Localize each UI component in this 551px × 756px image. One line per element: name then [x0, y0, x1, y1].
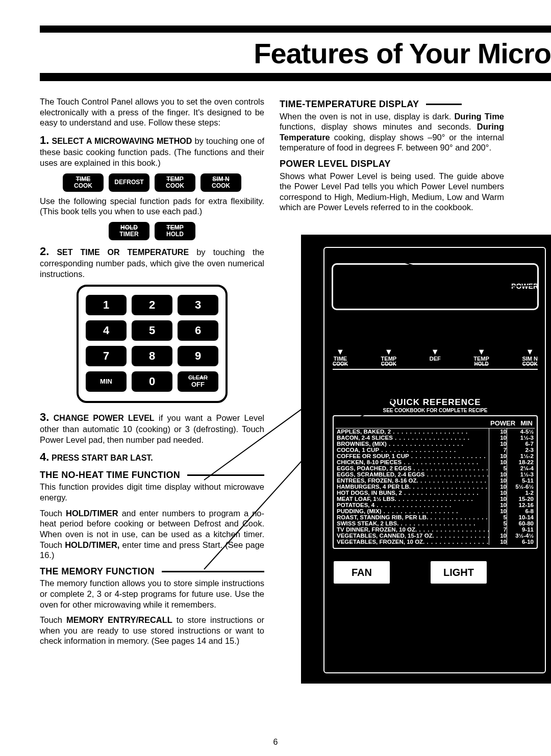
top-rule: [40, 26, 551, 33]
quick-ref-row: PUDDING, (MIX)106-8: [336, 508, 535, 514]
memory-p2: Touch MEMORY ENTRY/RECALL to store instr…: [40, 615, 264, 646]
noheat-title: THE NO-HEAT TIME FUNCTION: [40, 469, 264, 481]
numpad-key[interactable]: 9: [178, 346, 218, 366]
pads1-note: Use the following special function pads …: [40, 196, 264, 217]
function-pad[interactable]: HOLDTIMER: [109, 222, 149, 240]
numpad-key[interactable]: 5: [132, 320, 172, 341]
function-pad[interactable]: TEMPCOOK: [155, 173, 195, 192]
quick-ref-row: CHICKEN, 8-10 PIECES1018-22: [336, 459, 535, 465]
numpad-key[interactable]: 6: [178, 320, 218, 341]
memory-rule: [162, 571, 264, 572]
step-3-head: CHANGE POWER LEVEL: [54, 414, 155, 422]
ttd-title: TIME-TEMPERATURE DISPLAY: [280, 98, 504, 110]
step-2: 2. SET TIME OR TEMPERATURE by touching t…: [40, 244, 264, 280]
step-1: 1. SELECT A MICROWAVING METHOD by touchi…: [40, 133, 264, 168]
panel-buttons: FAN LIGHT: [334, 561, 537, 584]
quick-ref-row: HAMBURGERS, 4 PER LB.105½-6½: [336, 484, 535, 490]
numpad-key[interactable]: 0: [132, 371, 172, 392]
function-pad[interactable]: SIM NCOOK: [201, 173, 241, 192]
ttd-rule: [426, 104, 462, 105]
intro-text: The Touch Control Panel allows you to se…: [40, 96, 264, 128]
mode-indicator: ▼TEMPCOOK: [381, 348, 397, 367]
step-1-head: SELECT A MICROWAVING METHOD: [52, 137, 192, 145]
noheat-p1: This function provides digit time displa…: [40, 482, 264, 502]
quick-ref-row: TV DINNER, FROZEN, 10 OZ.79-11: [336, 526, 535, 533]
page-number: 6: [273, 738, 278, 747]
function-pad[interactable]: DEFROST: [109, 173, 149, 192]
step-2-head: SET TIME OR TEMPERATURE: [57, 248, 189, 257]
numpad-key[interactable]: CLEAROFF: [178, 371, 218, 392]
mode-indicator: ▼TIMECOOK: [333, 348, 348, 367]
noheat-p2: Touch HOLD/TIMER and enter numbers to pr…: [40, 508, 264, 561]
numpad-key[interactable]: 8: [132, 346, 172, 366]
quick-ref-row: MEAT LOAF, 1½ LBS.1015-20: [336, 496, 535, 502]
noheat-title-text: THE NO-HEAT TIME FUNCTION: [40, 469, 180, 481]
numpad-key[interactable]: MIN: [86, 371, 127, 392]
quick-ref-sub: SEE COOKBOOK FOR COMPLETE RECIPE: [330, 408, 541, 413]
pld-p1: Shows what Power Level is being used. Th…: [280, 171, 504, 213]
fan-button[interactable]: FAN: [334, 561, 390, 584]
light-button[interactable]: LIGHT: [431, 561, 487, 584]
mode-indicator: ▼SIM NCOOK: [522, 348, 538, 367]
function-pad[interactable]: TEMPHOLD: [155, 222, 195, 240]
numpad-key[interactable]: 3: [178, 295, 218, 315]
numpad-key[interactable]: 4: [86, 320, 127, 341]
step-3: 3. CHANGE POWER LEVEL if you want a Powe…: [40, 410, 264, 445]
step-4: 4. PRESS START BAR LAST.: [40, 450, 264, 464]
mode-indicator: ▼TEMPHOLD: [473, 348, 489, 367]
page: Features of Your Micro The Touch Control…: [0, 0, 551, 756]
noheat-rule: [187, 474, 264, 476]
quick-ref-row: EGGS, SCRAMBLED, 2-4 EGGS101½-3: [336, 471, 535, 477]
step-4-head: PRESS START BAR LAST.: [52, 453, 153, 462]
quick-ref-row: APPLES, BAKED, 2104-5½: [336, 429, 535, 435]
numpad-key[interactable]: 2: [132, 295, 172, 315]
quick-ref-row: VEGETABLES, CANNED, 15-17 OZ.103½-4½: [336, 533, 535, 539]
function-pad[interactable]: TIMECOOK: [63, 173, 104, 192]
panel-inner: POWER ▼TIMECOOK▼TEMPCOOK▼DEF▼TEMPHOLD▼SI…: [323, 247, 546, 673]
ttd-title-text: TIME-TEMPERATURE DISPLAY: [280, 98, 419, 110]
quick-ref-row: BROWNIES, (MIX)106-7: [336, 441, 535, 447]
quick-ref-title: QUICK REFERENCE: [330, 397, 541, 408]
mid-rule: [40, 73, 551, 81]
quick-ref-headers: POWER MIN: [336, 418, 535, 429]
step-1-num: 1.: [40, 134, 49, 146]
quick-ref-row: BACON, 2-4 SLICES101½-3: [336, 435, 535, 441]
quick-ref-row: EGGS, POACHED, 2 EGGS52¼-4: [336, 465, 535, 471]
ttd-p1: When the oven is not in use, display is …: [280, 111, 504, 154]
number-pad: 123456789MIN0CLEAROFF: [77, 285, 228, 403]
memory-title-text: THE MEMORY FUNCTION: [40, 566, 155, 577]
pld-title: POWER LEVEL DISPLAY: [280, 158, 504, 170]
control-panel-illustration: POWER ▼TIMECOOK▼TEMPCOOK▼DEF▼TEMPHOLD▼SI…: [301, 235, 551, 684]
quick-ref-row: HOT DOGS, IN BUNS, 2101-2: [336, 490, 535, 496]
quick-ref-row: SWISS STEAK, 2 LBS.560-80: [336, 520, 535, 526]
mode-indicator: ▼DEF: [430, 348, 441, 367]
left-column: The Touch Control Panel allows you to se…: [40, 96, 264, 651]
step-2-num: 2.: [40, 245, 49, 258]
memory-p1: The memory function allows you to store …: [40, 578, 264, 610]
quick-ref-row: COCOA, 1 CUP72-3: [336, 447, 535, 453]
pld-title-text: POWER LEVEL DISPLAY: [280, 158, 391, 170]
numpad-key[interactable]: 1: [86, 295, 127, 315]
step-4-num: 4.: [40, 450, 49, 463]
quick-ref-row: ROAST, STANDING RIB, PER LB.510-14: [336, 514, 535, 520]
quick-ref-table: POWER MIN APPLES, BAKED, 2104-5½BACON, 2…: [333, 415, 538, 549]
memory-title: THE MEMORY FUNCTION: [40, 566, 264, 577]
quick-ref-row: COFFEE OR SOUP, 1 CUP101½-2: [336, 453, 535, 459]
page-title: Features of Your Micro: [40, 37, 551, 70]
step-3-num: 3.: [40, 411, 49, 423]
qr-head-power: POWER: [490, 419, 515, 427]
function-pads-row-1: TIMECOOKDEFROSTTEMPCOOKSIM NCOOK: [40, 173, 264, 192]
numpad-key[interactable]: 7: [86, 346, 127, 366]
quick-ref-row: VEGETABLES, FROZEN, 10 OZ.106-10: [336, 539, 535, 545]
quick-ref-row: POTATOES, 41012-16: [336, 502, 535, 508]
function-pads-row-2: HOLDTIMERTEMPHOLD: [40, 222, 264, 240]
mode-arrow-row: ▼TIMECOOK▼TEMPCOOK▼DEF▼TEMPHOLD▼SIM NCOO…: [330, 346, 541, 367]
quick-ref-row: ENTREES, FROZEN, 8-16 OZ.105-11: [336, 477, 535, 484]
qr-head-min: MIN: [520, 419, 533, 427]
